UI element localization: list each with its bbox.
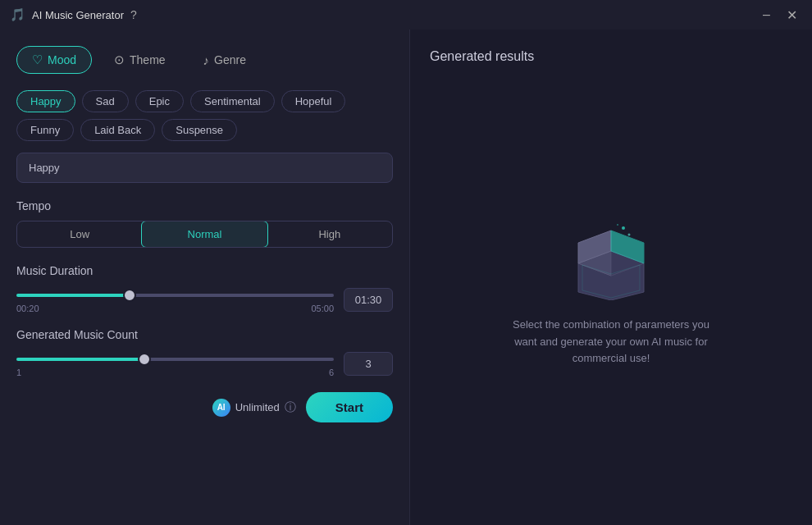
close-button[interactable]: ✕	[782, 6, 802, 25]
ai-icon: AI	[212, 399, 230, 417]
bottom-row: AI Unlimited ⓘ Start	[16, 392, 393, 422]
tab-mood-label: Mood	[48, 53, 76, 66]
count-slider-row: 1 6 3	[16, 349, 393, 377]
duration-min: 00:20	[16, 304, 39, 313]
count-range-labels: 1 6	[16, 368, 334, 377]
tempo-label: Tempo	[16, 199, 393, 212]
tempo-low[interactable]: Low	[17, 221, 142, 247]
unlimited-label: Unlimited	[235, 401, 280, 413]
app-title: AI Music Generator	[32, 9, 124, 21]
results-placeholder: Select the combination of parameters you…	[430, 80, 792, 505]
duration-range-labels: 00:20 05:00	[16, 304, 334, 313]
count-value: 3	[344, 352, 393, 376]
mood-tag-epic[interactable]: Epic	[135, 90, 184, 112]
minimize-button[interactable]: –	[758, 6, 775, 25]
mood-tag-hopeful[interactable]: Hopeful	[281, 90, 346, 112]
tab-genre-label: Genre	[214, 53, 246, 66]
results-placeholder-text: Select the combination of parameters you…	[504, 317, 718, 368]
start-button[interactable]: Start	[306, 392, 393, 422]
duration-slider-row: 00:20 05:00 01:30	[16, 285, 393, 313]
count-slider[interactable]	[16, 358, 334, 361]
mood-tags: Happy Sad Epic Sentimental Hopeful Funny…	[16, 90, 393, 141]
main-content: ♡ Mood ⊙ Theme ♪ Genre Happy Sad Epic Se…	[0, 30, 812, 525]
theme-icon: ⊙	[114, 52, 125, 67]
mood-tag-sad[interactable]: Sad	[82, 90, 129, 112]
count-max: 6	[329, 368, 334, 377]
genre-icon: ♪	[203, 53, 210, 67]
selected-mood-display: Happy	[16, 153, 393, 183]
mood-tag-happy[interactable]: Happy	[16, 90, 75, 112]
tempo-buttons: Low Normal High	[16, 221, 393, 248]
mood-tag-suspense[interactable]: Suspense	[162, 119, 237, 141]
mood-icon: ♡	[32, 52, 43, 67]
tab-theme-label: Theme	[130, 53, 166, 66]
app-icon: 🎵	[10, 7, 25, 22]
help-icon[interactable]: ?	[130, 8, 137, 21]
results-title: Generated results	[430, 49, 792, 64]
svg-point-8	[617, 224, 618, 226]
tempo-normal[interactable]: Normal	[141, 221, 267, 248]
count-slider-container: 1 6	[16, 349, 334, 377]
tab-theme[interactable]: ⊙ Theme	[98, 46, 181, 74]
music-duration-section: Music Duration 00:20 05:00 01:30	[16, 264, 393, 313]
mood-tag-sentimental[interactable]: Sentimental	[190, 90, 275, 112]
duration-slider[interactable]	[16, 294, 334, 297]
unlimited-info-icon[interactable]: ⓘ	[285, 400, 296, 415]
mood-tag-laid-back[interactable]: Laid Back	[80, 119, 155, 141]
mood-tag-funny[interactable]: Funny	[16, 119, 74, 141]
title-bar: 🎵 AI Music Generator ? – ✕	[0, 0, 812, 30]
tab-genre[interactable]: ♪ Genre	[188, 46, 262, 74]
tempo-high[interactable]: High	[267, 221, 392, 247]
unlimited-badge: AI Unlimited ⓘ	[212, 399, 296, 417]
tab-bar: ♡ Mood ⊙ Theme ♪ Genre	[16, 46, 393, 74]
svg-point-6	[622, 226, 625, 230]
music-duration-label: Music Duration	[16, 264, 393, 277]
left-panel: ♡ Mood ⊙ Theme ♪ Genre Happy Sad Epic Se…	[0, 30, 410, 525]
music-count-label: Generated Music Count	[16, 328, 393, 341]
music-count-section: Generated Music Count 1 6 3	[16, 328, 393, 377]
svg-point-7	[628, 233, 631, 235]
duration-value: 01:30	[344, 288, 393, 312]
tab-mood[interactable]: ♡ Mood	[16, 46, 92, 74]
box-illustration	[562, 218, 660, 300]
window-controls: – ✕	[758, 6, 802, 25]
duration-slider-container: 00:20 05:00	[16, 285, 334, 313]
right-panel: Generated results	[410, 30, 812, 525]
count-min: 1	[16, 368, 21, 377]
duration-max: 05:00	[311, 304, 334, 313]
